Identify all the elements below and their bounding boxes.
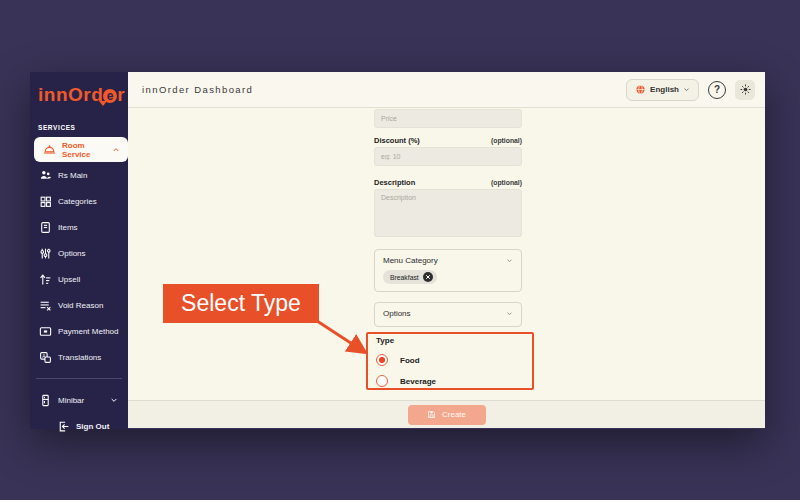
radio-food-selected[interactable]: [376, 354, 388, 366]
translate-icon: A: [39, 351, 52, 364]
options-label: Options: [383, 309, 411, 318]
chevron-down-icon: [683, 86, 690, 93]
sun-icon: [740, 84, 751, 95]
globe-icon: [635, 84, 646, 95]
type-label: Type: [376, 336, 522, 345]
sidebar-item-room-service[interactable]: Room Service: [34, 137, 128, 162]
sidebar-item-minibar[interactable]: Minibar: [30, 387, 128, 413]
cloche-icon: [43, 143, 56, 156]
app-window: innOrder SERVICES Room Service Rs Main C…: [30, 72, 765, 429]
discount-label-row: Discount (%) (optional): [374, 136, 522, 145]
description-label-row: Description (optional): [374, 178, 522, 187]
form-area: Discount (%) (optional) Description (opt…: [128, 108, 765, 400]
sidebar-item-items[interactable]: Items: [30, 214, 128, 240]
create-button[interactable]: Create: [408, 405, 486, 425]
sidebar-item-upsell[interactable]: Upsell: [30, 266, 128, 292]
sidebar-item-label: Void Reason: [58, 301, 103, 310]
chip-breakfast: Breakfast: [383, 270, 437, 284]
card-icon: [39, 325, 52, 338]
language-selector[interactable]: English: [626, 79, 699, 101]
sidebar-section-label: SERVICES: [30, 106, 128, 137]
top-bar-actions: English ?: [626, 79, 755, 101]
save-icon: [427, 410, 436, 419]
theme-toggle-button[interactable]: [735, 80, 755, 100]
sidebar-item-label: Items: [58, 223, 78, 232]
discount-optional-tag: (optional): [491, 137, 522, 144]
chip-label: Breakfast: [390, 274, 419, 281]
caret-down-icon: [506, 310, 513, 317]
radio-beverage-unselected[interactable]: [376, 375, 388, 387]
sidebar-item-label: Minibar: [58, 396, 84, 405]
radio-option-beverage[interactable]: Beverage: [376, 375, 522, 387]
sidebar-item-void-reason[interactable]: Void Reason: [30, 292, 128, 318]
sidebar-item-label: Sign Out: [76, 422, 109, 431]
sidebar-item-translations[interactable]: A Translations: [30, 344, 128, 370]
radio-option-food[interactable]: Food: [376, 354, 522, 366]
sidebar-item-label: Payment Method: [58, 327, 118, 336]
radio-dot: [379, 357, 385, 363]
sidebar-item-options[interactable]: Options: [30, 240, 128, 266]
sidebar-item-label: Rs Main: [58, 171, 87, 180]
sort-up-icon: [39, 273, 52, 286]
menu-category-label: Menu Category: [383, 256, 438, 265]
document-icon: [39, 221, 52, 234]
users-icon: [39, 169, 52, 182]
sidebar-item-label: Room Service: [62, 141, 106, 159]
grid-icon: [39, 195, 52, 208]
description-optional-tag: (optional): [491, 179, 522, 186]
top-bar: innOrder Dashboard English ?: [128, 72, 765, 108]
close-icon: [425, 274, 431, 280]
app-logo: innOrder: [30, 72, 128, 106]
logout-icon: [57, 420, 70, 433]
discount-label: Discount (%): [374, 136, 420, 145]
list-x-icon: [39, 299, 52, 312]
sidebar-item-payment-method[interactable]: Payment Method: [30, 318, 128, 344]
radio-beverage-label: Beverage: [400, 377, 436, 386]
discount-input[interactable]: [374, 147, 522, 166]
fridge-icon: [39, 394, 52, 407]
sidebar-item-label: Categories: [58, 197, 97, 206]
logo-text: innOrd: [38, 84, 103, 105]
annotation-callout: Select Type: [163, 284, 319, 323]
language-label: English: [650, 85, 679, 94]
selected-chips: Breakfast: [375, 270, 521, 290]
sidebar-item-sign-out[interactable]: Sign Out: [30, 413, 128, 439]
create-button-label: Create: [442, 410, 466, 419]
sidebar-item-label: Options: [58, 249, 86, 258]
page-title: innOrder Dashboard: [142, 84, 253, 95]
logo-pin-icon: [99, 101, 107, 106]
sliders-icon: [39, 247, 52, 260]
caret-down-icon: [506, 257, 513, 264]
chevron-up-icon: [112, 146, 120, 154]
price-input[interactable]: [374, 109, 522, 128]
sidebar: innOrder SERVICES Room Service Rs Main C…: [30, 72, 128, 429]
help-button[interactable]: ?: [708, 81, 726, 99]
description-textarea[interactable]: [374, 189, 522, 237]
sidebar-item-label: Translations: [58, 353, 101, 362]
form-footer: Create: [128, 400, 765, 428]
main-panel: innOrder Dashboard English ? Di: [128, 72, 765, 428]
chip-remove-button[interactable]: [423, 272, 433, 282]
description-label: Description: [374, 178, 415, 187]
chevron-down-icon: [110, 396, 118, 404]
options-select[interactable]: Options: [374, 302, 522, 327]
type-radio-group: Type Food Beverage: [376, 336, 522, 387]
radio-food-label: Food: [400, 356, 420, 365]
sidebar-item-label: Upsell: [58, 275, 80, 284]
sidebar-item-categories[interactable]: Categories: [30, 188, 128, 214]
sidebar-divider: [36, 378, 122, 379]
menu-category-select[interactable]: Menu Category Breakfast: [374, 249, 522, 292]
question-icon: ?: [714, 84, 720, 95]
sidebar-item-rs-main[interactable]: Rs Main: [30, 162, 128, 188]
